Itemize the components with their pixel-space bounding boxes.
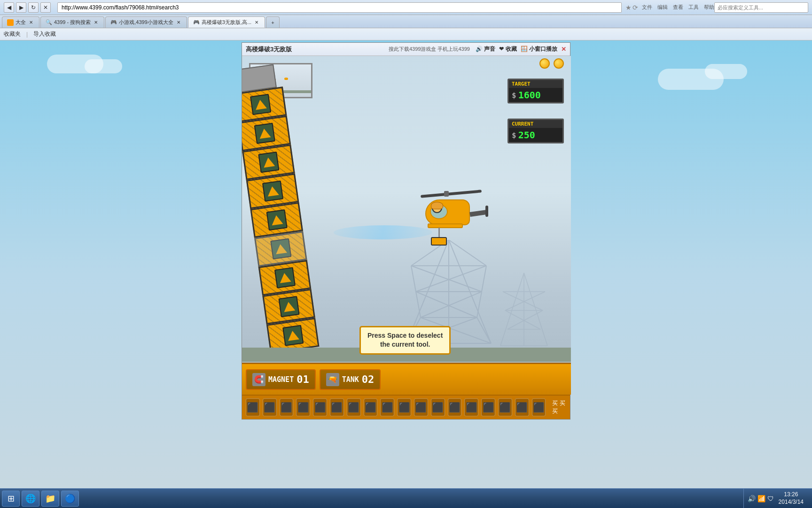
weapon-slot-8[interactable]: ⬛: [364, 398, 378, 416]
ie-taskbar-button[interactable]: 🌐: [22, 491, 39, 507]
menu-edit[interactable]: 编辑: [657, 4, 668, 10]
tab-close-4399[interactable]: ✕: [175, 19, 182, 26]
weapon-slot-2[interactable]: ⬛: [263, 398, 277, 416]
hud-current-label: CURRENT: [509, 120, 562, 128]
tab-icon-game: 🎮: [193, 19, 200, 25]
magnet-tool[interactable]: 🧲 MAGNET 01: [246, 369, 316, 390]
svg-line-22: [524, 273, 547, 346]
folder-taskbar-button[interactable]: 📁: [41, 491, 59, 507]
weapon-slot-18[interactable]: ⬛: [532, 398, 546, 416]
tab-icon-daquan: [7, 19, 14, 26]
tower-svg-2: [496, 273, 552, 348]
tab-sougou[interactable]: 🔍 4399 - 搜狗搜索 ✕: [40, 16, 104, 28]
favorites-label[interactable]: 收藏夹: [4, 30, 21, 38]
tab-game-active[interactable]: 🎮 高楼爆破3无敌版,高... ✕: [188, 16, 265, 28]
weapon-slot-13[interactable]: ⬛: [448, 398, 462, 416]
windows-icon: ⊞: [6, 494, 16, 503]
weapon-slot-12[interactable]: ⬛: [431, 398, 445, 416]
svg-line-31: [508, 310, 543, 329]
svg-line-30: [505, 310, 540, 329]
taskbar: ⊞ 🌐 📁 🔵 🔊 📶 🛡 13:26 2014/3/14: [0, 488, 812, 508]
weapon-slot-15[interactable]: ⬛: [481, 398, 495, 416]
weapon-slot-10[interactable]: ⬛: [397, 398, 411, 416]
svg-line-14: [477, 318, 491, 343]
svg-line-18: [421, 292, 482, 318]
collect-button[interactable]: ❤ 收藏: [499, 45, 516, 53]
refresh-button[interactable]: ↻: [28, 2, 39, 13]
weapon-slot-3[interactable]: ⬛: [280, 398, 294, 416]
title-bar-controls: ◀ ▶ ↻ ✕: [4, 2, 51, 13]
block-triangle-3: [279, 272, 291, 283]
svg-line-17: [416, 292, 477, 318]
block-triangle-6: [266, 186, 279, 197]
block-triangle-2: [282, 301, 295, 312]
tab-add[interactable]: +: [266, 16, 279, 28]
laser-beam: [332, 225, 433, 239]
weapon-slot-17[interactable]: ⬛: [515, 398, 529, 416]
game-tooltip: Press Space to deselect the current tool…: [359, 326, 451, 355]
helicopter-skid: [428, 223, 463, 228]
forward-button[interactable]: ▶: [16, 2, 26, 13]
weapon-slot-5[interactable]: ⬛: [313, 398, 327, 416]
folder-icon: 📁: [46, 494, 55, 503]
weapon-slot-16[interactable]: ⬛: [498, 398, 512, 416]
system-time: 13:26 2014/3/14: [776, 491, 806, 506]
block-inner-9: [250, 94, 271, 115]
tab-close-game[interactable]: ✕: [253, 19, 260, 25]
svg-line-21: [500, 273, 524, 346]
block-inner-8: [254, 123, 275, 144]
svg-line-28: [503, 292, 543, 310]
bookmark-icon[interactable]: ★: [625, 4, 632, 11]
game-container: 高楼爆破3无敌版 搜此下载4399游戏盒 手机上玩4399 🔊 声音 ❤ 收藏 …: [242, 42, 570, 420]
menu-view[interactable]: 查看: [673, 4, 683, 10]
current-number: 250: [518, 129, 535, 141]
weapon-slot-6[interactable]: ⬛: [330, 398, 344, 416]
magnet-label: MAGNET: [268, 375, 294, 384]
import-label[interactable]: 导入收藏: [33, 30, 56, 38]
menu-tools[interactable]: 工具: [688, 4, 699, 10]
tab-4399[interactable]: 🎮 小游戏,4399小游戏大全 ✕: [105, 16, 187, 28]
block-inner-4: [270, 238, 291, 260]
app-taskbar-button[interactable]: 🔵: [61, 491, 79, 507]
sound-button[interactable]: 🔊 声音: [476, 45, 495, 53]
block-triangle-5: [270, 214, 283, 225]
block-triangle-9: [254, 99, 267, 110]
refresh-small-icon[interactable]: ⟳: [632, 4, 638, 11]
ie-search-input[interactable]: [714, 2, 808, 13]
tab-label-sougou: 4399 - 搜狗搜索: [54, 19, 91, 26]
clock-time: 13:26: [779, 491, 804, 499]
block-inner-1: [282, 325, 304, 346]
game-close-button[interactable]: ✕: [561, 46, 566, 53]
address-bar[interactable]: [57, 2, 622, 13]
weapon-slot-11[interactable]: ⬛: [414, 398, 428, 416]
tab-close-sougou[interactable]: ✕: [93, 19, 99, 26]
weapon-slot-4[interactable]: ⬛: [296, 398, 310, 416]
system-tray: 🔊 📶 🛡 13:26 2014/3/14: [743, 489, 810, 508]
window-button[interactable]: 🪟 小窗口播放: [521, 45, 557, 53]
tank-tool[interactable]: 🔫 TANK 02: [320, 369, 381, 390]
back-button[interactable]: ◀: [4, 2, 14, 13]
tray-network-icon[interactable]: 📶: [757, 495, 765, 502]
block-triangle-1: [287, 330, 299, 341]
menu-file[interactable]: 文件: [642, 4, 652, 10]
weapon-slot-9[interactable]: ⬛: [380, 398, 394, 416]
start-button[interactable]: ⊞: [2, 491, 20, 507]
tray-security-icon[interactable]: 🛡: [767, 495, 774, 502]
hud-target-box: TARGET $ 1600: [508, 79, 564, 103]
stop-button[interactable]: ✕: [40, 2, 51, 13]
weapon-slot-14[interactable]: ⬛: [464, 398, 478, 416]
tank-icon: 🔫: [326, 373, 339, 386]
tab-icon-4399: 🎮: [110, 19, 117, 25]
svg-line-9: [411, 266, 416, 292]
weapon-slot-1[interactable]: ⬛: [246, 398, 260, 416]
tab-close-daquan[interactable]: ✕: [28, 19, 34, 26]
game-viewport[interactable]: TARGET $ 1600 CURRENT $ 250: [242, 56, 571, 395]
magnet: [431, 237, 447, 246]
weapon-slot-7[interactable]: ⬛: [347, 398, 361, 416]
tray-speaker-icon[interactable]: 🔊: [748, 495, 756, 502]
power-tower-2: [496, 273, 552, 350]
menu-help[interactable]: 帮助: [704, 4, 714, 10]
tooltip-line2: the current tool.: [367, 340, 443, 349]
app-icon: 🔵: [65, 494, 75, 503]
tab-daquan[interactable]: 大全 ✕: [2, 16, 39, 28]
